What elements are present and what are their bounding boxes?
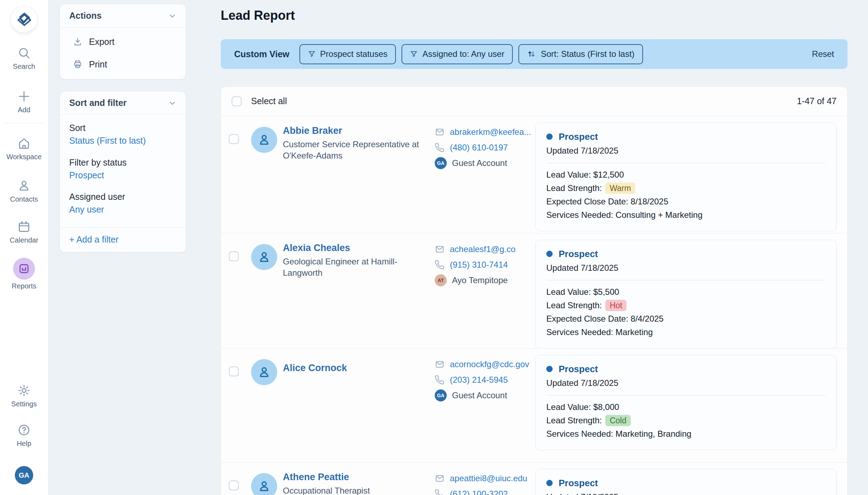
- assigned-line: GA Guest Account: [435, 390, 548, 401]
- filter-bar: Custom View Prospect statuses Assigned t…: [221, 39, 848, 69]
- download-icon: [73, 37, 83, 47]
- contact-name-link[interactable]: Abbie Braker: [283, 125, 342, 136]
- actions-panel-header[interactable]: Actions: [60, 4, 186, 28]
- filter-status-value-link[interactable]: Prospect: [69, 170, 177, 181]
- lead-strength-label: Lead Strength:: [546, 299, 602, 312]
- result-count: 1-47 of 47: [797, 96, 837, 106]
- status-dot: [546, 480, 553, 486]
- services-needed: Services Needed: Consulting + Marketing: [546, 208, 826, 222]
- status-updated: Updated 7/18/2025: [546, 146, 826, 156]
- status-divider: [546, 280, 826, 280]
- contact-name-link[interactable]: Alexia Cheales: [283, 243, 350, 254]
- sort-group-label: Sort: [69, 123, 177, 133]
- chevron-down-icon: [168, 99, 177, 107]
- sort-filter-panel-header[interactable]: Sort and filter: [60, 91, 186, 115]
- printer-icon: [73, 59, 83, 69]
- status-updated: Updated 7/18/2025: [546, 263, 826, 273]
- strength-badge: Hot: [605, 300, 626, 311]
- sort-value-link[interactable]: Status (First to last): [69, 135, 177, 146]
- contact-methods: achealesf1@g.co (915) 310-7414 AT Ayo Te…: [435, 244, 548, 286]
- contact-email-link[interactable]: apeattiei8@uiuc.edu: [450, 473, 527, 483]
- actions-panel-title: Actions: [69, 11, 102, 21]
- contact-name-link[interactable]: Athene Peattie: [283, 472, 349, 483]
- sidebar-item-reports[interactable]: Reports: [12, 258, 36, 290]
- phone-line: (480) 610-0197: [435, 142, 548, 153]
- page-title: Lead Report: [221, 8, 848, 23]
- sidebar-item-calendar[interactable]: Calendar: [10, 220, 38, 244]
- phone-line: (203) 214-5945: [435, 375, 548, 385]
- contact-subtitle: Geological Engineer at Hamill-Langworth: [283, 256, 428, 279]
- status-label: Prospect: [559, 364, 598, 375]
- logo-check-icon: [16, 11, 32, 28]
- lead-value: Lead Value: $8,000: [546, 400, 826, 414]
- contact-phone-link[interactable]: (203) 214-5945: [450, 375, 508, 385]
- sidebar-divider: [5, 123, 43, 123]
- row-checkbox[interactable]: [229, 134, 239, 144]
- app-logo[interactable]: [11, 6, 37, 32]
- reset-button[interactable]: Reset: [812, 49, 834, 59]
- sidebar-item-search[interactable]: Search: [13, 46, 35, 71]
- lead-row: Abbie Braker Customer Service Representa…: [221, 116, 847, 233]
- status-label: Prospect: [559, 478, 598, 489]
- list-header: Select all 1-47 of 47: [221, 87, 847, 116]
- chip-assigned-to[interactable]: Assigned to: Any user: [402, 44, 513, 64]
- contact-phone-link[interactable]: (612) 100-3202: [450, 489, 508, 495]
- email-line: acornockfg@cdc.gov: [435, 359, 548, 370]
- status-divider: [546, 395, 826, 395]
- user-avatar[interactable]: GA: [15, 466, 33, 484]
- sidebar-item-contacts[interactable]: Contacts: [10, 179, 38, 203]
- assigned-user-name: Ayo Tempitope: [452, 275, 508, 285]
- sort-group: Sort Status (First to last): [69, 123, 177, 147]
- chip-sort[interactable]: Sort: Status (First to last): [518, 44, 643, 64]
- row-checkbox[interactable]: [229, 366, 239, 376]
- assigned-user-value-link[interactable]: Any user: [69, 204, 177, 215]
- left-panel-column: Actions Export Print: [60, 0, 186, 495]
- contact-avatar: [251, 359, 277, 385]
- contact-name-link[interactable]: Alice Cornock: [283, 363, 347, 374]
- contact-info: Athene Peattie Occupational Therapist: [283, 472, 428, 495]
- filter-status-label: Filter by status: [69, 157, 177, 168]
- sidebar-item-workspace[interactable]: Workspace: [6, 136, 42, 161]
- contact-phone-link[interactable]: (480) 610-0197: [450, 143, 508, 153]
- envelope-icon: [435, 127, 445, 137]
- lead-strength-label: Lead Strength:: [546, 181, 602, 195]
- person-icon: [17, 179, 31, 193]
- status-card: Prospect Updated 7/18/2025 Lead Value: $…: [535, 240, 837, 348]
- contact-email-link[interactable]: abrakerkm@keefea...: [450, 127, 531, 137]
- contact-phone-link[interactable]: (915) 310-7414: [450, 260, 508, 270]
- export-button[interactable]: Export: [60, 30, 186, 53]
- envelope-icon: [435, 359, 445, 369]
- chip-label: Sort: Status (First to last): [541, 49, 634, 59]
- lead-strength: Lead Strength: Hot: [546, 299, 826, 312]
- sidebar-item-help[interactable]: Help: [17, 423, 31, 448]
- funnel-icon: [410, 50, 418, 58]
- status-dot: [546, 366, 553, 372]
- phone-icon: [435, 260, 445, 270]
- assigned-line: AT Ayo Tempitope: [435, 275, 548, 286]
- sidebar-item-settings[interactable]: Settings: [11, 383, 37, 408]
- sidebar-label-reports: Reports: [12, 282, 36, 290]
- sidebar-item-add[interactable]: Add: [17, 89, 31, 114]
- help-icon: [17, 423, 31, 437]
- contact-email-link[interactable]: acornockfg@cdc.gov: [450, 359, 529, 369]
- add-filter-link[interactable]: + Add a filter: [60, 227, 186, 252]
- assigned-user-badge: AT: [435, 274, 447, 286]
- row-checkbox[interactable]: [229, 481, 239, 490]
- sidebar-label-add: Add: [18, 106, 30, 114]
- services-needed: Services Needed: Marketing, Branding: [546, 427, 826, 441]
- lead-strength: Lead Strength: Cold: [546, 414, 826, 427]
- lead-value: Lead Value: $12,500: [546, 168, 826, 181]
- chip-prospect-statuses[interactable]: Prospect statuses: [299, 44, 396, 64]
- phone-icon: [435, 375, 445, 385]
- sidebar-nav: Search Add Workspace: [5, 32, 43, 290]
- sidebar-label-settings: Settings: [11, 400, 37, 408]
- row-checkbox[interactable]: [229, 251, 239, 261]
- contact-avatar: [251, 127, 277, 153]
- phone-icon: [435, 143, 445, 153]
- status-updated: Updated 7/18/2025: [546, 378, 826, 388]
- funnel-icon: [308, 50, 316, 58]
- print-button[interactable]: Print: [60, 53, 186, 76]
- contact-email-link[interactable]: achealesf1@g.co: [450, 244, 516, 254]
- phone-icon: [435, 489, 445, 495]
- select-all-checkbox[interactable]: [232, 96, 242, 106]
